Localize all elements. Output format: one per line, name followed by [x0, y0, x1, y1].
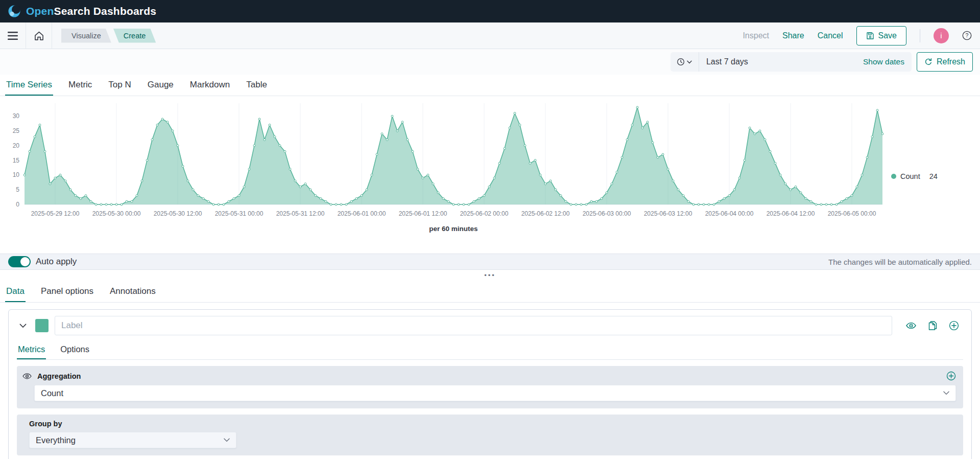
- auto-apply-toggle[interactable]: [8, 256, 31, 267]
- series-color-swatch[interactable]: [35, 319, 49, 332]
- aggregation-select[interactable]: Count: [34, 385, 956, 401]
- chevron-down-icon: [943, 391, 949, 395]
- svg-text:15: 15: [13, 157, 20, 164]
- group-by-box: Group by Everything: [17, 415, 963, 455]
- svg-text:per 60 minutes: per 60 minutes: [429, 225, 477, 233]
- series-header: [17, 316, 963, 335]
- group-by-label: Group by: [29, 420, 956, 428]
- svg-text:2025-06-02 12:00: 2025-06-02 12:00: [521, 210, 570, 217]
- group-by-value: Everything: [36, 435, 76, 445]
- home-button[interactable]: [26, 22, 52, 49]
- cancel-button[interactable]: Cancel: [818, 31, 843, 40]
- tab-table[interactable]: Table: [245, 75, 268, 96]
- svg-text:2025-06-01 00:00: 2025-06-01 00:00: [338, 210, 386, 217]
- show-dates-button[interactable]: Show dates: [863, 57, 912, 66]
- divider: [52, 22, 52, 49]
- legend-series-value: 24: [929, 172, 938, 180]
- app-header: OpenSearchDashboards: [0, 0, 980, 22]
- chevron-down-icon: [224, 438, 230, 442]
- breadcrumb: Visualize Create: [61, 29, 156, 43]
- legend-dot-icon: [891, 174, 896, 179]
- svg-text:5: 5: [16, 186, 19, 193]
- share-button[interactable]: Share: [782, 31, 804, 40]
- time-picker-row: Last 7 days Show dates Refresh: [0, 49, 980, 75]
- auto-apply-bar: Auto apply The changes will be automatic…: [0, 254, 980, 270]
- time-series-chart: 2025-05-29 12:002025-05-30 00:002025-05-…: [0, 96, 980, 240]
- refresh-button[interactable]: Refresh: [917, 52, 973, 72]
- tab-top-n[interactable]: Top N: [107, 75, 132, 96]
- resize-handle[interactable]: •••: [484, 273, 496, 278]
- toggle-visibility-button[interactable]: [905, 321, 917, 330]
- series-collapse-button[interactable]: [17, 319, 29, 332]
- svg-text:25: 25: [13, 127, 20, 134]
- breadcrumb-visualize[interactable]: Visualize: [61, 29, 111, 43]
- svg-text:2025-06-01 12:00: 2025-06-01 12:00: [399, 210, 447, 217]
- svg-text:2025-06-04 12:00: 2025-06-04 12:00: [767, 210, 815, 217]
- tab-options[interactable]: Options: [59, 340, 90, 359]
- aggregation-label: Aggregation: [37, 372, 81, 380]
- copy-icon: [928, 320, 938, 331]
- chart-plot-area: 2025-05-29 12:002025-05-30 00:002025-05-…: [2, 99, 891, 240]
- svg-text:2025-06-03 12:00: 2025-06-03 12:00: [644, 210, 692, 217]
- series-actions: [898, 320, 963, 331]
- refresh-icon: [924, 58, 933, 66]
- editor-tabs: Data Panel options Annotations: [0, 281, 980, 303]
- clone-series-button[interactable]: [928, 320, 938, 331]
- svg-text:2025-06-02 00:00: 2025-06-02 00:00: [460, 210, 509, 217]
- divider: [920, 29, 920, 42]
- save-icon: [866, 32, 874, 40]
- opensearch-logo[interactable]: OpenSearchDashboards: [7, 4, 156, 18]
- group-by-select[interactable]: Everything: [29, 432, 236, 448]
- svg-text:10: 10: [13, 171, 20, 178]
- chart-legend: Count 24: [891, 99, 978, 240]
- plus-circle-icon: [946, 371, 956, 381]
- aggregation-visibility-button[interactable]: [22, 372, 32, 380]
- legend-item-count[interactable]: Count 24: [891, 112, 938, 240]
- tab-time-series[interactable]: Time Series: [5, 75, 53, 96]
- svg-text:30: 30: [13, 112, 20, 120]
- tsvb-chart-svg: 2025-05-29 12:002025-05-30 00:002025-05-…: [2, 99, 886, 238]
- app-title: OpenSearchDashboards: [26, 5, 156, 17]
- tab-markdown[interactable]: Markdown: [189, 75, 231, 96]
- save-button[interactable]: Save: [856, 26, 906, 45]
- tab-panel-options[interactable]: Panel options: [40, 281, 94, 302]
- series-editor-tabs: Metrics Options: [17, 340, 963, 360]
- svg-text:2025-06-03 00:00: 2025-06-03 00:00: [583, 210, 631, 217]
- svg-text:20: 20: [13, 142, 20, 149]
- add-metric-button[interactable]: [946, 371, 956, 381]
- plus-circle-icon: [949, 320, 959, 331]
- inspect-button[interactable]: Inspect: [743, 31, 769, 40]
- auto-apply-note: The changes will be automatically applie…: [828, 258, 972, 266]
- eye-icon: [22, 372, 32, 380]
- menu-button[interactable]: [0, 22, 26, 49]
- date-picker[interactable]: Last 7 days Show dates: [671, 52, 912, 72]
- aggregation-value: Count: [41, 388, 63, 398]
- eye-icon: [905, 321, 917, 330]
- svg-text:2025-05-31 00:00: 2025-05-31 00:00: [215, 210, 264, 217]
- tab-metrics[interactable]: Metrics: [17, 340, 46, 359]
- aggregation-box: Aggregation Count: [17, 366, 963, 408]
- toggle-knob: [20, 257, 30, 266]
- time-range-value[interactable]: Last 7 days: [699, 57, 863, 66]
- tab-metric[interactable]: Metric: [67, 75, 93, 96]
- tab-gauge[interactable]: Gauge: [147, 75, 175, 96]
- svg-text:2025-05-29 12:00: 2025-05-29 12:00: [31, 210, 80, 217]
- tab-data[interactable]: Data: [5, 281, 26, 302]
- svg-text:?: ?: [966, 32, 969, 38]
- clock-icon: [677, 58, 685, 66]
- add-series-button[interactable]: [949, 320, 959, 331]
- chevron-down-icon: [19, 324, 27, 328]
- avatar[interactable]: i: [934, 28, 949, 43]
- series-label-input[interactable]: [55, 316, 892, 335]
- svg-text:0: 0: [16, 201, 19, 208]
- breadcrumb-create[interactable]: Create: [113, 29, 156, 43]
- svg-text:2025-05-30 12:00: 2025-05-30 12:00: [154, 210, 202, 217]
- chevron-down-icon: [687, 60, 692, 64]
- help-button[interactable]: ?: [962, 31, 972, 40]
- svg-text:2025-05-31 12:00: 2025-05-31 12:00: [276, 210, 325, 217]
- viz-type-tabs: Time Series Metric Top N Gauge Markdown …: [0, 75, 980, 96]
- series-panel: Metrics Options Aggregation Count: [8, 309, 972, 459]
- tab-annotations[interactable]: Annotations: [109, 281, 157, 302]
- opensearch-logo-icon: [7, 4, 21, 18]
- quick-select-button[interactable]: [671, 52, 699, 72]
